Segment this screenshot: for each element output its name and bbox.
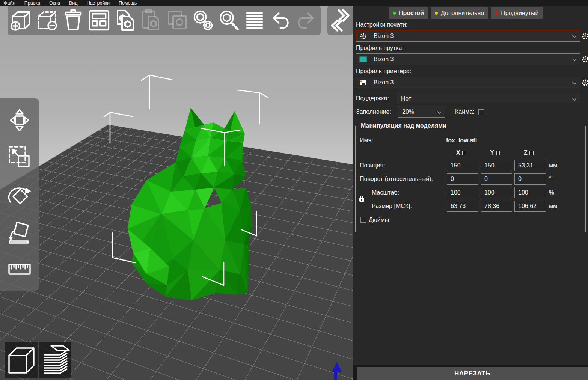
scale-lock-icon[interactable] <box>359 196 365 202</box>
app-window: Файл Правка Окна Вид Настройки Помощь <box>0 0 588 380</box>
model-name-value: fox_low.stl <box>446 137 477 144</box>
print-settings-gear-button[interactable] <box>581 32 588 40</box>
arrange-button[interactable] <box>86 6 112 34</box>
printer-profile-dropdown[interactable]: Bizon 3 <box>356 77 580 88</box>
support-dropdown[interactable]: Нет <box>397 93 580 104</box>
printer-profile-value: Bizon 3 <box>374 79 394 86</box>
undo-button[interactable] <box>267 6 293 34</box>
infill-label: Заполнение: <box>356 109 391 115</box>
chevron-down-icon <box>572 57 576 61</box>
chevron-down-icon <box>572 34 576 38</box>
slice-button[interactable]: НАРЕЗАТЬ <box>357 367 588 380</box>
tab-additional[interactable]: Дополнительно <box>431 7 488 19</box>
menu-bar: Файл Правка Окна Вид Настройки Помощь <box>0 0 588 6</box>
remove-model-button[interactable] <box>34 6 60 34</box>
rotation-unit: ° <box>549 173 551 185</box>
position-y-input[interactable] <box>481 160 512 171</box>
support-label: Поддержка: <box>356 95 389 102</box>
scale-label: Масштаб: <box>372 187 399 198</box>
layer-view-button[interactable] <box>39 342 71 378</box>
duplicate-button[interactable] <box>164 6 190 34</box>
inches-checkbox[interactable] <box>360 217 366 223</box>
infill-dropdown[interactable]: 20% <box>398 106 445 118</box>
menu-windows[interactable]: Окна <box>49 0 60 6</box>
position-label: Позиция: <box>360 160 385 171</box>
chevron-down-icon <box>572 97 576 101</box>
size-unit: мм <box>549 201 557 212</box>
scale-y-input[interactable] <box>481 187 512 198</box>
menu-file[interactable]: Файл <box>4 0 15 6</box>
copy-button[interactable] <box>112 6 138 34</box>
infill-value: 20% <box>402 109 414 115</box>
chevron-down-icon <box>572 80 576 84</box>
zoom-to-model-button[interactable] <box>216 6 241 34</box>
menu-view[interactable]: Вид <box>69 0 78 6</box>
add-model-button[interactable] <box>8 6 34 34</box>
chevron-down-icon <box>437 110 441 114</box>
menu-edit[interactable]: Правка <box>24 0 40 6</box>
yellow-dot-icon <box>435 12 438 15</box>
delete-button[interactable] <box>60 6 86 34</box>
position-unit: мм <box>549 160 557 171</box>
rotation-z-input[interactable] <box>514 173 546 185</box>
axis-link-icon[interactable] <box>529 151 534 155</box>
paste-button[interactable] <box>138 6 164 34</box>
scale-tool-button[interactable] <box>5 141 34 173</box>
axis-header-x: X <box>456 149 466 156</box>
move-tool-button[interactable] <box>5 104 34 136</box>
settings-panel: Простой Дополнительно Продвинутый Настро… <box>353 6 588 380</box>
rotate-tool-button[interactable] <box>5 178 34 211</box>
filament-profile-dropdown[interactable]: Bizon 3 <box>356 53 580 65</box>
filament-profile-value: Bizon 3 <box>374 56 394 63</box>
print-settings-value: Bizon 3 <box>374 33 394 39</box>
tab-additional-label: Дополнительно <box>441 10 484 17</box>
layers-icon <box>39 343 71 377</box>
axis-header-y: Y <box>490 149 500 156</box>
printer-icon <box>359 80 369 86</box>
gear-icon <box>359 32 369 40</box>
collapse-panel-button[interactable] <box>327 6 353 35</box>
rotation-y-input[interactable] <box>481 173 512 185</box>
print-settings-label: Настройки печати: <box>356 21 408 28</box>
red-dot-icon <box>495 12 498 15</box>
tab-advanced-label: Продвинутый <box>501 10 538 17</box>
size-z-input[interactable] <box>514 201 546 212</box>
brim-checkbox[interactable] <box>478 109 484 115</box>
printer-profile-gear-button[interactable] <box>581 78 588 87</box>
manipulation-title: Манипуляция над моделями <box>359 122 449 129</box>
print-settings-dropdown[interactable]: Bizon 3 <box>356 30 580 42</box>
axis-link-icon[interactable] <box>462 151 466 155</box>
position-x-input[interactable] <box>447 160 478 171</box>
lay-flat-tool-button[interactable] <box>5 216 34 248</box>
filament-profile-gear-button[interactable] <box>581 55 588 63</box>
build-plate-scene <box>0 6 353 380</box>
main-toolbar <box>8 6 321 35</box>
menu-settings[interactable]: Настройки <box>87 0 110 6</box>
filament-profile-label: Профиль прутка: <box>356 45 404 51</box>
scale-unit: % <box>549 187 554 198</box>
name-label: Имя: <box>360 137 373 144</box>
rotation-x-input[interactable] <box>447 173 478 185</box>
redo-button[interactable] <box>293 6 319 34</box>
scale-x-input[interactable] <box>447 187 478 198</box>
tab-simple[interactable]: Простой <box>389 7 428 19</box>
settings-button[interactable] <box>190 6 216 34</box>
axis-header-z: Z <box>524 149 534 156</box>
solid-view-button[interactable] <box>5 342 38 378</box>
size-x-input[interactable] <box>447 201 478 212</box>
size-y-input[interactable] <box>481 201 512 212</box>
tab-advanced[interactable]: Продвинутый <box>491 7 543 19</box>
inches-label: Дюймы <box>369 217 389 223</box>
scale-z-input[interactable] <box>514 187 546 198</box>
measure-tool-button[interactable] <box>5 253 34 285</box>
viewport-3d[interactable] <box>0 6 353 380</box>
position-z-input[interactable] <box>514 160 546 171</box>
double-chevron-icon <box>330 8 351 33</box>
menu-help[interactable]: Помощь <box>119 0 137 6</box>
tab-simple-label: Простой <box>399 10 424 17</box>
rotation-label: Поворот (относительный): <box>360 173 433 185</box>
left-tool-palette <box>0 98 39 291</box>
layers-button[interactable] <box>241 6 267 34</box>
axis-link-icon[interactable] <box>496 151 500 155</box>
slice-bar: НАРЕЗАТЬ <box>353 365 588 380</box>
